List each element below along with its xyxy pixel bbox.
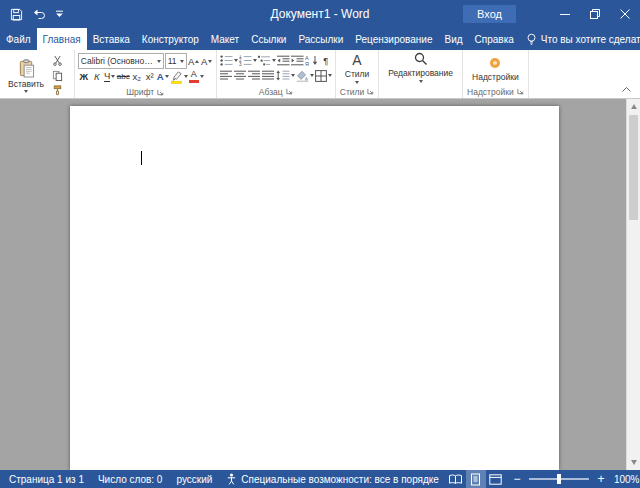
save-button[interactable] xyxy=(10,8,23,21)
scrollbar-thumb[interactable] xyxy=(629,115,638,220)
align-left-button[interactable] xyxy=(220,68,233,83)
page-count-status[interactable]: Страница 1 из 1 xyxy=(2,470,91,488)
ribbon-tab-row: Файл Главная Вставка Конструктор Макет С… xyxy=(0,28,640,50)
chevron-down-icon xyxy=(234,59,238,62)
paragraph-group: 123 АЯ ¶ xyxy=(217,50,336,98)
read-mode-button[interactable] xyxy=(446,470,466,488)
highlighter-icon xyxy=(170,70,183,84)
paragraph-group-label-row: Абзац xyxy=(220,85,332,98)
sort-icon: АЯ xyxy=(305,55,319,66)
statusbar-right: − + 100% xyxy=(446,470,640,488)
styles-dialog-launcher-icon[interactable] xyxy=(367,88,374,95)
font-color-label: А xyxy=(191,70,197,79)
paragraph-row-2 xyxy=(220,68,332,83)
grow-font-button[interactable]: А xyxy=(188,54,200,69)
grow-font-label: А xyxy=(188,56,194,67)
italic-button[interactable]: К xyxy=(91,69,103,84)
accessibility-status[interactable]: Специальные возможности: все в порядке xyxy=(219,470,446,488)
cut-button[interactable] xyxy=(51,53,63,68)
restore-button[interactable] xyxy=(580,0,610,28)
language-status[interactable]: русский xyxy=(169,470,219,488)
paste-button[interactable]: Вставить xyxy=(3,52,49,99)
tab-home[interactable]: Главная xyxy=(37,28,87,50)
font-color-button[interactable]: А xyxy=(189,69,204,84)
bold-button[interactable]: Ж xyxy=(78,69,90,84)
document-page[interactable] xyxy=(70,106,559,470)
tab-design[interactable]: Конструктор xyxy=(136,28,205,50)
decrease-indent-button[interactable] xyxy=(277,53,290,68)
chevron-down-icon xyxy=(253,59,257,62)
increase-indent-button[interactable] xyxy=(291,53,304,68)
chevron-down-icon xyxy=(184,75,188,78)
paragraph-dialog-launcher-icon[interactable] xyxy=(286,88,293,95)
addins-button[interactable]: Надстройки xyxy=(466,52,525,85)
bullets-button[interactable] xyxy=(220,53,238,68)
format-painter-button[interactable] xyxy=(51,83,63,98)
zoom-in-button[interactable]: + xyxy=(595,473,607,485)
underline-button[interactable]: Ч xyxy=(104,69,116,84)
strikethrough-button[interactable]: abc xyxy=(117,69,130,84)
line-spacing-button[interactable] xyxy=(276,68,295,83)
minimize-button[interactable] xyxy=(550,0,580,28)
highlight-color-button[interactable] xyxy=(170,69,188,84)
restore-icon xyxy=(590,9,600,19)
copy-button[interactable] xyxy=(51,68,63,83)
sign-in-button[interactable]: Вход xyxy=(463,5,516,23)
web-layout-button[interactable] xyxy=(486,470,506,488)
numbering-button[interactable]: 123 xyxy=(239,53,257,68)
addins-group-label-row: Надстройки xyxy=(466,85,525,98)
multilevel-list-button[interactable] xyxy=(258,53,276,68)
font-dialog-launcher-icon[interactable] xyxy=(157,89,164,96)
font-row-1: Calibri (Основной текст) 11 А А xyxy=(78,53,213,69)
collapse-ribbon-button[interactable] xyxy=(618,83,634,95)
align-center-button[interactable] xyxy=(234,68,247,83)
text-effects-button[interactable]: А xyxy=(157,69,169,84)
word-count-status[interactable]: Число слов: 0 xyxy=(91,470,169,488)
sort-button[interactable]: АЯ xyxy=(305,53,319,68)
vertical-scrollbar[interactable] xyxy=(626,99,640,470)
tab-references[interactable]: Ссылки xyxy=(245,28,292,50)
zoom-slider-thumb[interactable] xyxy=(557,474,561,484)
save-icon xyxy=(10,8,23,21)
tab-help[interactable]: Справка xyxy=(469,28,520,50)
zoom-slider[interactable] xyxy=(529,478,589,480)
zoom-out-button[interactable]: − xyxy=(511,473,523,485)
addins-dialog-launcher-icon[interactable] xyxy=(517,88,524,95)
tab-view[interactable]: Вид xyxy=(439,28,469,50)
ribbon: Вставить Буфер обмена xyxy=(0,50,640,99)
borders-button[interactable] xyxy=(315,68,332,83)
superscript-button[interactable]: x² xyxy=(144,69,156,84)
zoom-level[interactable]: 100% xyxy=(612,474,640,485)
minimize-icon xyxy=(560,9,570,19)
styles-icon: А xyxy=(352,53,361,67)
styles-button[interactable]: А Стили xyxy=(339,52,376,85)
justify-button[interactable] xyxy=(262,68,275,83)
font-size-select[interactable]: 11 xyxy=(165,53,187,69)
customize-quick-access-button[interactable] xyxy=(55,10,64,18)
justify-icon xyxy=(262,70,275,81)
font-name-select[interactable]: Calibri (Основной текст) xyxy=(78,53,164,69)
editing-button[interactable]: Редактирование xyxy=(382,52,459,83)
show-formatting-marks-button[interactable]: ¶ xyxy=(320,53,332,68)
triangle-up-icon xyxy=(631,104,637,109)
subscript-button[interactable]: x₂ xyxy=(131,69,143,84)
print-layout-button[interactable] xyxy=(466,470,486,488)
underline-label: Ч xyxy=(104,71,110,82)
tab-layout[interactable]: Макет xyxy=(205,28,245,50)
close-button[interactable] xyxy=(610,0,640,28)
shrink-font-button[interactable]: А xyxy=(201,54,213,69)
undo-button[interactable] xyxy=(33,9,45,19)
tab-review[interactable]: Рецензирование xyxy=(349,28,438,50)
scroll-up-button[interactable] xyxy=(627,99,640,114)
shading-button[interactable] xyxy=(296,68,314,83)
tell-me-box[interactable]: Что вы хотите сделать? xyxy=(520,28,640,50)
chevron-down-icon xyxy=(291,74,295,77)
tab-mailings[interactable]: Рассылки xyxy=(292,28,349,50)
tab-file[interactable]: Файл xyxy=(0,28,37,50)
tab-insert[interactable]: Вставка xyxy=(87,28,136,50)
text-cursor xyxy=(141,151,142,165)
align-right-button[interactable] xyxy=(248,68,261,83)
editing-group: Редактирование xyxy=(379,50,463,98)
addins-label: Надстройки xyxy=(472,72,519,82)
scroll-down-button[interactable] xyxy=(627,455,640,470)
